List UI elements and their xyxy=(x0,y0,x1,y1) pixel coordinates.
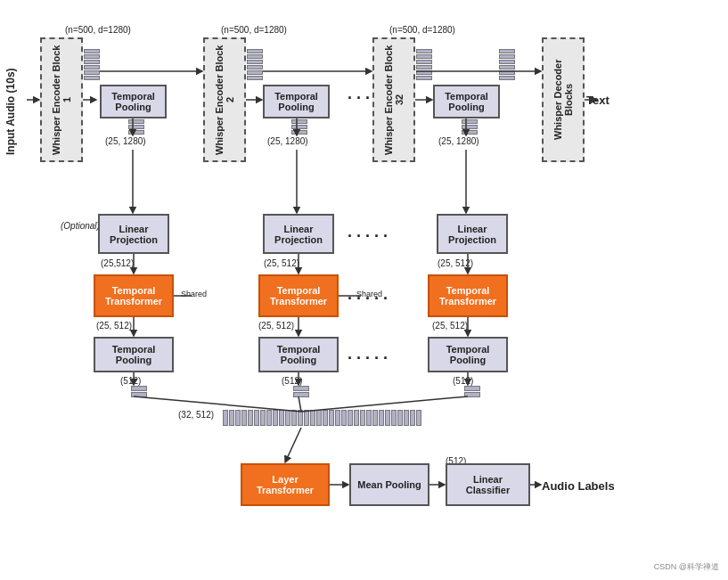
dim-32-512: (32, 512) xyxy=(178,410,214,420)
whisper-encoder-block-1: Whisper Encoder Block 1 xyxy=(40,37,83,162)
text-output-label: Text xyxy=(586,94,609,107)
label-n500-3: (n=500, d=1280) xyxy=(389,25,455,35)
shared-label-2: Shared xyxy=(356,290,382,298)
stacked-rect-dec xyxy=(499,49,515,80)
horizontal-bar-32-512 xyxy=(223,410,421,426)
stacked-rect-tp3 xyxy=(462,119,478,135)
temporal-transformer-3: Temporal Transformer xyxy=(428,274,508,317)
dim-512-2: (512) xyxy=(282,376,302,386)
stacked-rect-tp2 xyxy=(291,119,307,135)
linear-classifier: Linear Classifier xyxy=(446,463,530,506)
linear-projection-2: Linear Projection xyxy=(263,214,334,254)
stacked-small-1 xyxy=(131,386,147,397)
dim-25-512-b3: (25, 512) xyxy=(432,321,468,331)
temporal-pooling-b2: Temporal Pooling xyxy=(258,337,339,372)
dim-25-512-b1: (25, 512) xyxy=(96,321,132,331)
stacked-rect-tp1 xyxy=(128,119,144,135)
watermark: CSDN @科学禅道 xyxy=(654,561,719,573)
linear-projection-3: Linear Projection xyxy=(437,214,508,254)
dim-512-3: (512) xyxy=(453,376,473,386)
audio-labels: Audio Labels xyxy=(542,479,615,493)
temporal-transformer-2: Temporal Transformer xyxy=(258,274,339,317)
stacked-small-3 xyxy=(464,386,480,397)
label-n500-2: (n=500, d=1280) xyxy=(221,25,287,35)
whisper-decoder-blocks: Whisper Decoder Blocks xyxy=(542,37,585,162)
input-audio-label: Input Audio (10s) xyxy=(4,53,17,169)
svg-line-29 xyxy=(285,428,301,462)
temporal-pooling-top-2: Temporal Pooling xyxy=(263,85,330,118)
label-25-1280-3: (25, 1280) xyxy=(438,136,479,146)
dim-25-512-1: (25,512) xyxy=(101,258,134,268)
stacked-rect-32 xyxy=(416,49,432,80)
stacked-rect-1 xyxy=(84,49,100,80)
temporal-pooling-b3: Temporal Pooling xyxy=(428,337,508,372)
mean-pooling: Mean Pooling xyxy=(349,463,429,506)
whisper-encoder-block-2: Whisper Encoder Block 2 xyxy=(203,37,246,162)
temporal-pooling-b1: Temporal Pooling xyxy=(94,337,174,372)
architecture-diagram: Input Audio (10s) Whisper Encoder Block … xyxy=(0,0,728,580)
whisper-encoder-block-32: Whisper Encoder Block 32 xyxy=(372,37,415,162)
dim-512-1: (512) xyxy=(120,376,141,386)
label-n500-1: (n=500, d=1280) xyxy=(65,25,131,35)
dots-pool: · · · · · xyxy=(348,349,388,368)
optional-label: (Optional) xyxy=(61,221,100,231)
temporal-pooling-top-1: Temporal Pooling xyxy=(100,85,167,118)
linear-projection-1: Linear Projection xyxy=(98,214,169,254)
label-25-1280-1: (25, 1280) xyxy=(105,136,146,146)
temporal-transformer-1: Temporal Transformer xyxy=(94,274,174,317)
dim-25-512-2: (25, 512) xyxy=(264,258,299,268)
dim-25-512-3: (25, 512) xyxy=(438,258,473,268)
layer-transformer: Layer Transformer xyxy=(241,463,330,506)
label-25-1280-2: (25, 1280) xyxy=(267,136,308,146)
dots-middle: · · · · · xyxy=(348,227,388,246)
temporal-pooling-top-3: Temporal Pooling xyxy=(433,85,500,118)
dim-25-512-b2: (25, 512) xyxy=(258,321,294,331)
stacked-small-2 xyxy=(293,386,309,397)
stacked-rect-2 xyxy=(247,49,263,80)
shared-label-1: Shared xyxy=(181,290,207,298)
